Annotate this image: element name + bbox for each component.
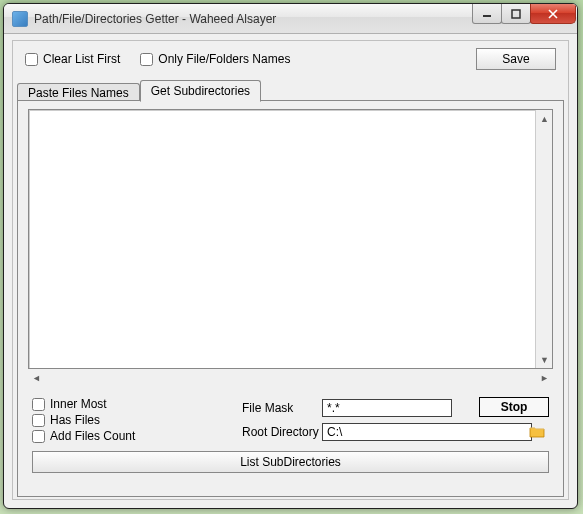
titlebar[interactable]: Path/File/Directories Getter - Waheed Al…	[4, 4, 577, 34]
scroll-up-arrow[interactable]: ▲	[536, 110, 553, 127]
root-directory-label: Root Directory	[242, 425, 319, 439]
file-mask-label: File Mask	[242, 401, 293, 415]
add-count-label: Add Files Count	[50, 429, 135, 443]
tab-control: Paste Files Names Get Subdirectories ▲ ▼…	[15, 79, 566, 497]
inner-most-label: Inner Most	[50, 397, 107, 411]
results-listbox[interactable]: ▲ ▼	[28, 109, 553, 369]
inner-most-check-input[interactable]	[32, 398, 45, 411]
client-area: Clear List First Only File/Folders Names…	[12, 40, 569, 500]
minimize-icon	[482, 9, 492, 19]
app-icon	[12, 11, 28, 27]
only-names-check-input[interactable]	[140, 53, 153, 66]
tab-get-subdirectories[interactable]: Get Subdirectories	[140, 80, 261, 102]
vertical-scrollbar[interactable]: ▲ ▼	[535, 110, 552, 368]
tab-body: ▲ ▼ ◄ ► Inner Mo	[17, 100, 564, 497]
browse-folder-button[interactable]	[529, 425, 545, 439]
svg-rect-1	[512, 10, 520, 18]
add-files-count-checkbox[interactable]: Add Files Count	[32, 429, 192, 443]
root-directory-input[interactable]	[322, 423, 532, 441]
has-files-label: Has Files	[50, 413, 100, 427]
clear-list-checkbox[interactable]: Clear List First	[25, 52, 120, 66]
top-options-row: Clear List First Only File/Folders Names…	[25, 47, 556, 71]
tab-strip: Paste Files Names Get Subdirectories	[15, 79, 566, 101]
results-area: ▲ ▼ ◄ ►	[28, 109, 553, 389]
clear-list-label: Clear List First	[43, 52, 120, 66]
svg-rect-0	[483, 15, 491, 17]
inner-most-checkbox[interactable]: Inner Most	[32, 397, 192, 411]
tab-paste-files[interactable]: Paste Files Names	[17, 83, 140, 101]
file-mask-input[interactable]	[322, 399, 452, 417]
filter-checks: Inner Most Has Files Add Files Count	[32, 397, 192, 445]
minimize-button[interactable]	[472, 4, 502, 24]
only-names-label: Only File/Folders Names	[158, 52, 290, 66]
add-count-check-input[interactable]	[32, 430, 45, 443]
scroll-right-arrow[interactable]: ►	[536, 369, 553, 386]
horizontal-scrollbar[interactable]: ◄ ►	[28, 369, 553, 386]
close-button[interactable]	[530, 4, 576, 24]
only-names-checkbox[interactable]: Only File/Folders Names	[140, 52, 290, 66]
has-files-check-input[interactable]	[32, 414, 45, 427]
scroll-left-arrow[interactable]: ◄	[28, 369, 45, 386]
scroll-track[interactable]	[536, 127, 552, 351]
maximize-icon	[511, 9, 521, 19]
window-controls	[473, 4, 576, 24]
list-subdirectories-button[interactable]: List SubDirectories	[32, 451, 549, 473]
maximize-button[interactable]	[501, 4, 531, 24]
scroll-down-arrow[interactable]: ▼	[536, 351, 553, 368]
app-window: Path/File/Directories Getter - Waheed Al…	[3, 3, 578, 509]
has-files-checkbox[interactable]: Has Files	[32, 413, 192, 427]
stop-button[interactable]: Stop	[479, 397, 549, 417]
clear-list-check-input[interactable]	[25, 53, 38, 66]
save-button[interactable]: Save	[476, 48, 556, 70]
folder-icon	[529, 425, 545, 439]
close-icon	[548, 9, 558, 19]
